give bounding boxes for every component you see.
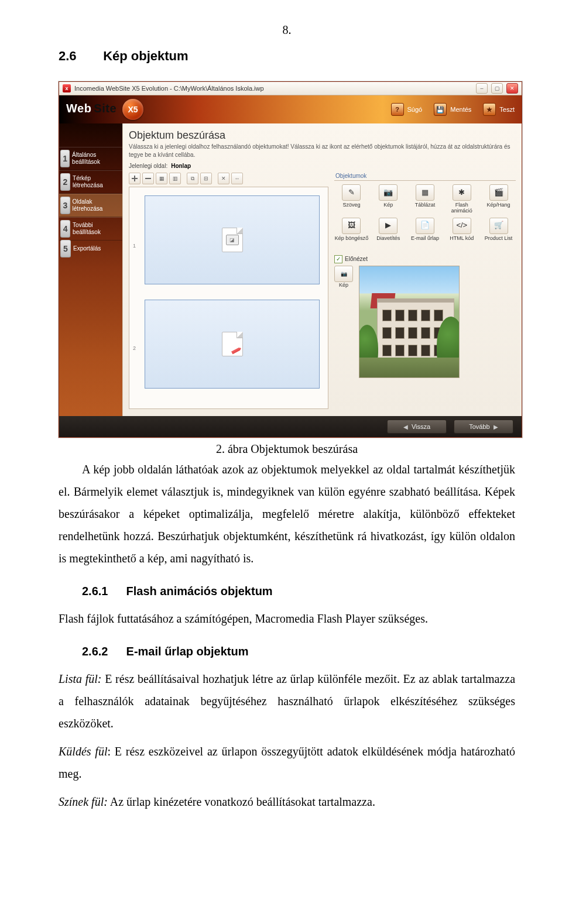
back-label: Vissza <box>412 423 430 430</box>
editor-toolbar: ▦ ▥ ⧉ ⊟ ✕ ↔ <box>129 173 328 184</box>
test-button[interactable]: ★ Teszt <box>483 103 515 116</box>
current-page-row: Jelenlegi oldal: Honlap <box>129 163 516 169</box>
layout-grid[interactable]: 1 2 ◪ <box>129 187 328 409</box>
sub2-paragraph-list: Lista fül: E rész beállításaival hozhatj… <box>59 668 515 734</box>
width-button[interactable]: ↔ <box>231 173 243 184</box>
page-number: 8. <box>59 23 515 37</box>
layout-cell-1[interactable]: ◪ <box>145 195 320 284</box>
preview-selected-object[interactable]: 📷 Kép <box>334 266 353 288</box>
camera-icon: 📷 <box>334 266 353 282</box>
object-html[interactable]: </> HTML kód <box>444 217 479 248</box>
brand-site: Site <box>94 102 116 115</box>
section-heading: 2.6 Kép objektum <box>59 49 515 64</box>
object-product-list[interactable]: 🛒 Product List <box>481 217 516 248</box>
maximize-button[interactable]: ▢ <box>491 83 503 94</box>
app-icon: x <box>63 84 71 92</box>
next-label: Tovább <box>469 423 489 430</box>
test-icon: ★ <box>483 103 496 116</box>
preview-image <box>359 266 460 378</box>
cart-icon: 🛒 <box>489 218 508 234</box>
intro-paragraph: A kép jobb oldalán láthatóak azok az obj… <box>59 458 515 569</box>
step-1[interactable]: 1 Általános beállítások <box>59 147 122 170</box>
wizard-footer: ◀ Vissza Tovább ▶ <box>59 416 522 437</box>
list-tab-text: E rész beállításaival hozhatjuk létre az… <box>59 672 515 730</box>
objects-group-title: Objektumok <box>334 173 516 181</box>
brand-web: Web <box>66 102 91 115</box>
merge-button[interactable]: ⧉ <box>187 173 198 184</box>
send-tab-text: : E rész eszközeivel az űrlapon összegyű… <box>59 745 515 780</box>
step-label: Általános beállítások <box>72 152 120 166</box>
panel-title: Objektum beszúrása <box>129 129 516 142</box>
play-icon: ▶ <box>379 218 397 234</box>
subsection-number: 2.6.1 <box>82 585 123 598</box>
chevron-right-icon: ▶ <box>494 424 498 430</box>
remove-row-button[interactable] <box>142 173 154 184</box>
row-index-1: 1 <box>133 243 136 249</box>
step-number-icon: 3 <box>60 197 70 214</box>
wizard-sidebar: 1 Általános beállítások 2 Térkép létreho… <box>59 123 122 416</box>
step-3[interactable]: 3 Oldalak létrehozása <box>59 194 122 217</box>
object-image[interactable]: 📷 Kép <box>371 183 406 215</box>
save-icon: 💾 <box>434 103 447 116</box>
subsection-heading-2: 2.6.2 E-mail űrlap objektum <box>82 645 515 658</box>
subsection-number: 2.6.2 <box>82 645 123 658</box>
save-button[interactable]: 💾 Mentés <box>434 103 471 116</box>
object-flash[interactable]: ✱ Flash animáció <box>444 183 479 215</box>
form-icon: 📄 <box>416 218 434 234</box>
step-5[interactable]: 5 Exportálás <box>59 241 122 257</box>
test-label: Teszt <box>499 106 515 113</box>
sub2-paragraph-send: Küldés fül: E rész eszközeivel az űrlapo… <box>59 740 515 785</box>
current-page-label: Jelenlegi oldal: <box>129 163 167 169</box>
add-row-button[interactable] <box>129 173 140 184</box>
object-table[interactable]: ▦ Táblázat <box>408 183 443 215</box>
svg-rect-1 <box>134 176 135 181</box>
save-label: Mentés <box>450 106 471 113</box>
row-index-2: 2 <box>133 345 136 351</box>
next-button[interactable]: Tovább ▶ <box>454 420 513 434</box>
svg-rect-2 <box>145 178 151 179</box>
content-area: 1 Általános beállítások 2 Térkép létreho… <box>59 123 522 416</box>
panel-description: Válassza ki a jelenlegi oldalhoz felhasz… <box>129 143 516 159</box>
back-button[interactable]: ◀ Vissza <box>387 420 447 434</box>
preview-label: Előnézet <box>345 256 368 262</box>
figure-caption: 2. ábra Objektumok beszúrása <box>59 442 515 456</box>
current-page-name: Honlap <box>171 163 191 169</box>
close-button[interactable]: ✕ <box>506 83 518 94</box>
code-icon: </> <box>453 218 471 234</box>
step-number-icon: 5 <box>60 240 71 257</box>
app-window: x Incomedia WebSite X5 Evolution - C:\My… <box>59 81 522 438</box>
main-panel: Objektum beszúrása Válassza ki a jelenle… <box>122 123 522 416</box>
minimize-button[interactable]: – <box>476 83 488 94</box>
object-text[interactable]: ✎ Szöveg <box>334 183 369 215</box>
app-logo: WebSite X5 <box>66 99 143 120</box>
section-number: 2.6 <box>59 49 100 64</box>
object-slideshow[interactable]: ▶ Diavetítés <box>371 217 406 248</box>
step-number-icon: 2 <box>60 173 70 191</box>
step-label: Exportálás <box>73 245 101 252</box>
remove-col-button[interactable]: ▥ <box>169 173 181 184</box>
window-titlebar: x Incomedia WebSite X5 Evolution - C:\My… <box>59 82 522 95</box>
preview-checkbox[interactable]: ✓ Előnézet <box>334 255 516 263</box>
camera-icon: ◪ <box>226 235 239 245</box>
object-image-sound[interactable]: 🎬 Kép/Hang <box>481 183 516 215</box>
clapper-icon: 🎬 <box>489 184 508 201</box>
object-email-form[interactable]: 📄 E-mail űrlap <box>408 217 443 248</box>
clear-button[interactable]: ✕ <box>218 173 229 184</box>
pencil-icon: ✎ <box>342 184 361 201</box>
layout-editor: ▦ ▥ ⧉ ⊟ ✕ ↔ 1 2 <box>129 173 328 409</box>
section-title: Kép objektum <box>103 49 188 63</box>
split-button[interactable]: ⊟ <box>200 173 212 184</box>
step-4[interactable]: 4 További beállítások <box>59 217 122 241</box>
step-2[interactable]: 2 Térkép létrehozása <box>59 170 122 194</box>
object-image-browser[interactable]: 🖼 Kép böngésző <box>334 217 369 248</box>
cell-object-placeholder: ◪ <box>222 228 243 252</box>
gallery-icon: 🖼 <box>342 218 361 234</box>
layout-cell-2[interactable] <box>145 300 320 389</box>
subsection-title: E-mail űrlap objektum <box>126 645 249 658</box>
help-button[interactable]: ? Súgó <box>391 103 423 116</box>
colors-tab-text: Az űrlap kinézetére vonatkozó beállításo… <box>108 795 375 808</box>
add-col-button[interactable]: ▦ <box>156 173 167 184</box>
step-number-icon: 4 <box>60 220 70 238</box>
step-label: További beállítások <box>73 222 120 236</box>
list-tab-label: Lista fül: <box>59 672 102 685</box>
